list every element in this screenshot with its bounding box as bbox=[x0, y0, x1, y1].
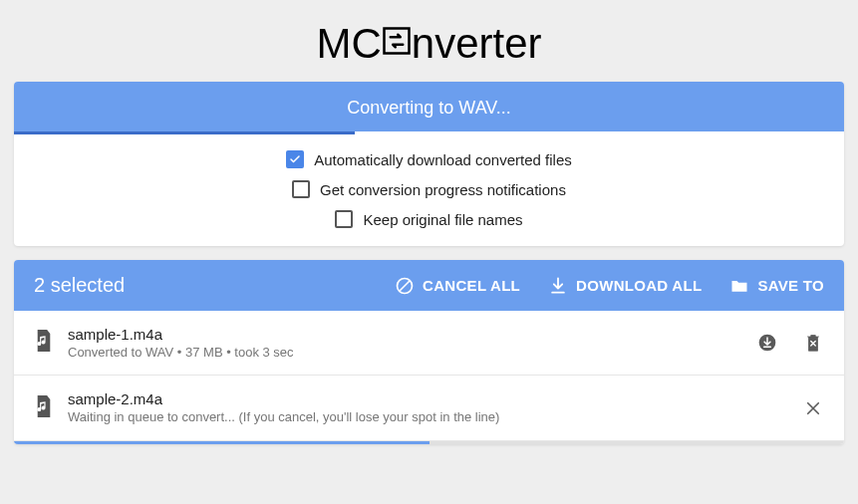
checkbox-icon bbox=[286, 150, 304, 168]
download-file-button[interactable] bbox=[756, 332, 778, 354]
close-icon bbox=[804, 399, 822, 417]
svg-line-2 bbox=[400, 281, 410, 291]
convert-options: Automatically download converted files G… bbox=[14, 134, 844, 246]
option-auto-download[interactable]: Automatically download converted files bbox=[286, 150, 571, 168]
file-name: sample-2.m4a bbox=[68, 389, 778, 409]
audio-file-icon bbox=[34, 330, 54, 356]
files-panel: 2 selected CANCEL ALL DOWNLOAD ALL SAVE … bbox=[14, 260, 844, 444]
files-progress-track bbox=[14, 441, 844, 444]
cancel-all-button[interactable]: CANCEL ALL bbox=[395, 276, 520, 296]
option-keep-names[interactable]: Keep original file names bbox=[335, 210, 522, 228]
option-notifications[interactable]: Get conversion progress notifications bbox=[292, 180, 566, 198]
files-progress-fill bbox=[14, 441, 429, 444]
convert-progress-fill bbox=[14, 131, 355, 134]
audio-file-icon bbox=[34, 395, 54, 421]
delete-file-button[interactable] bbox=[802, 332, 824, 354]
swap-icon bbox=[382, 18, 412, 66]
convert-panel: Converting to WAV... Automatically downl… bbox=[14, 82, 844, 246]
option-label: Get conversion progress notifications bbox=[320, 181, 566, 198]
option-label: Automatically download converted files bbox=[314, 151, 571, 168]
checkbox-icon bbox=[335, 210, 353, 228]
app-logo: MCnverter bbox=[0, 0, 858, 82]
download-all-button[interactable]: DOWNLOAD ALL bbox=[548, 276, 702, 296]
convert-title: Converting to WAV... bbox=[347, 98, 510, 118]
save-to-label: SAVE TO bbox=[757, 277, 824, 294]
file-row: sample-1.m4a Converted to WAV • 37 MB • … bbox=[14, 311, 844, 376]
convert-panel-header: Converting to WAV... bbox=[14, 82, 844, 134]
file-row: sample-2.m4a Waiting in queue to convert… bbox=[14, 376, 844, 440]
svg-rect-0 bbox=[384, 29, 409, 54]
download-icon bbox=[548, 276, 568, 296]
file-name: sample-1.m4a bbox=[68, 325, 732, 345]
logo-prefix: MC bbox=[316, 20, 381, 67]
file-meta: sample-2.m4a Waiting in queue to convert… bbox=[68, 389, 778, 425]
checkbox-icon bbox=[292, 180, 310, 198]
download-all-label: DOWNLOAD ALL bbox=[576, 277, 702, 294]
file-status: Converted to WAV • 37 MB • took 3 sec bbox=[68, 345, 732, 362]
save-to-button[interactable]: SAVE TO bbox=[729, 276, 824, 296]
files-panel-header: 2 selected CANCEL ALL DOWNLOAD ALL SAVE … bbox=[14, 260, 844, 311]
file-meta: sample-1.m4a Converted to WAV • 37 MB • … bbox=[68, 325, 732, 361]
option-label: Keep original file names bbox=[363, 211, 522, 228]
cancel-icon bbox=[395, 276, 415, 296]
logo-suffix: nverter bbox=[412, 20, 542, 67]
download-circle-icon bbox=[757, 333, 777, 353]
file-status: Waiting in queue to convert... (If you c… bbox=[68, 409, 778, 426]
selected-count: 2 selected bbox=[34, 274, 367, 297]
cancel-file-button[interactable] bbox=[802, 397, 824, 419]
trash-icon bbox=[804, 333, 822, 353]
cancel-all-label: CANCEL ALL bbox=[423, 277, 520, 294]
folder-icon bbox=[729, 276, 749, 296]
